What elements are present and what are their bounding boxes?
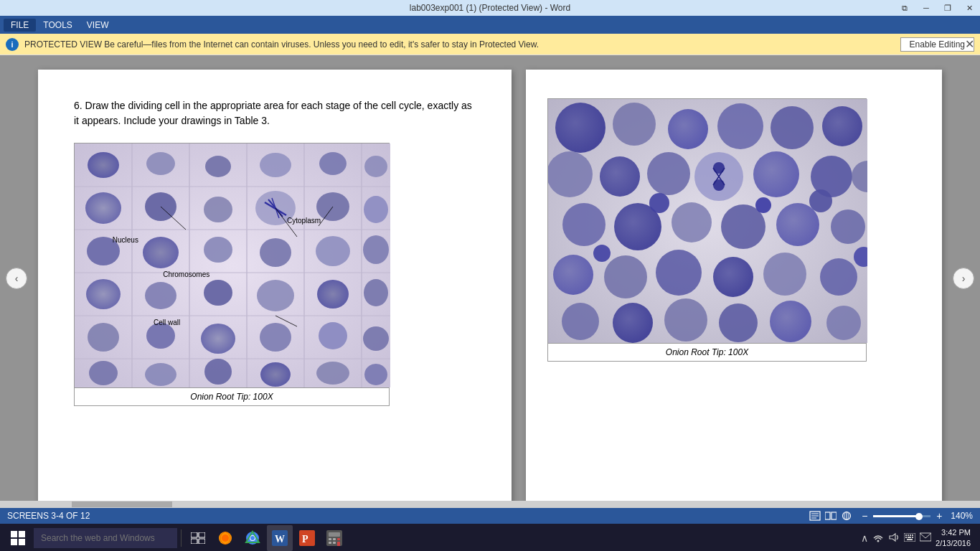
svg-point-91 [649,193,669,213]
scrollbar-thumb[interactable] [72,501,172,507]
svg-point-84 [820,258,857,296]
maximize-button[interactable]: ❐ [937,0,958,16]
windows-logo [11,531,25,545]
svg-point-28 [143,237,179,268]
svg-point-42 [260,323,291,352]
svg-point-31 [316,236,350,266]
taskbar-network-icon[interactable] [872,532,884,545]
svg-point-49 [316,362,349,385]
svg-point-59 [717,103,763,149]
svg-point-75 [672,202,712,242]
taskbar-chevron-icon[interactable]: ∧ [861,532,868,544]
svg-rect-122 [337,538,340,540]
taskbar-chrome[interactable] [240,525,265,551]
taskbar-volume-icon[interactable] [888,532,900,545]
protected-view-bar: i PROTECTED VIEW Be careful—files from t… [0,34,980,55]
svg-point-61 [822,106,862,146]
enable-editing-button[interactable]: Enable Editing [900,37,974,52]
svg-point-78 [831,209,865,244]
svg-rect-124 [333,542,336,544]
svg-rect-107 [191,539,197,544]
web-view-icon[interactable] [840,511,853,521]
taskbar-calculator[interactable] [321,525,347,551]
svg-rect-130 [908,534,909,536]
taskbar-keyboard-icon[interactable] [904,532,915,544]
date-display: 2/13/2016 [936,538,971,549]
window-title: lab003exp001 (1) (Protected View) - Word [410,3,570,13]
svg-point-62 [548,151,593,197]
taskbar-clock[interactable]: 3:42 PM 2/13/2016 [936,527,971,550]
svg-rect-133 [905,537,907,538]
nucleus-label: Nucleus [113,236,138,244]
cytoplasm-label: Cytoplasm [287,217,321,225]
svg-point-64 [647,152,690,195]
svg-rect-125 [337,542,340,546]
svg-point-38 [364,279,388,306]
svg-point-32 [363,235,389,264]
print-layout-icon[interactable] [809,511,821,521]
left-image-caption: Onion Root Tip: 100X [75,387,389,405]
zoom-controls: − + 140% [859,510,973,522]
svg-point-94 [593,245,611,262]
zoom-slider[interactable] [873,515,930,517]
taskbar-word[interactable]: W [267,525,293,551]
window-controls: ⧉ ─ ❐ ✕ [894,0,980,16]
menu-bar: FILE TOOLS VIEW [0,16,980,34]
close-protected-bar-button[interactable]: ✕ [965,37,974,51]
svg-rect-100 [825,512,830,519]
taskbar-powerpoint[interactable]: P [294,525,320,551]
screens-label: SCREENS 3-4 OF 12 [7,511,90,521]
question-text: 6. Draw the dividing cell in the appropr… [74,98,476,128]
protected-view-message: PROTECTED VIEW Be careful—files from the… [24,39,895,50]
svg-rect-131 [910,534,911,536]
left-microscope-image: Nucleus Cytoplasm Chromosomes Cell wall [75,143,390,387]
status-bar: SCREENS 3-4 OF 12 − + 140% [0,508,980,524]
svg-point-79 [553,255,593,295]
nav-arrow-right[interactable]: › [953,268,974,289]
minimize-button[interactable]: ─ [915,0,937,16]
menu-tools[interactable]: TOOLS [36,19,79,32]
zoom-level: 140% [951,511,973,521]
zoom-out-button[interactable]: − [859,510,870,522]
menu-file[interactable]: FILE [4,19,36,32]
svg-point-92 [755,197,771,213]
svg-point-46 [145,363,176,386]
right-microscope-image [548,99,867,343]
svg-point-47 [204,359,232,385]
search-input[interactable] [34,528,177,548]
svg-text:W: W [275,534,285,545]
svg-rect-135 [912,537,913,538]
svg-point-18 [85,192,121,224]
svg-point-57 [613,103,656,146]
left-image-container: Nucleus Cytoplasm Chromosomes Cell wall … [74,143,390,406]
svg-point-30 [260,238,291,267]
svg-rect-105 [191,532,197,537]
svg-point-20 [204,197,232,222]
resize-button[interactable]: ⧉ [894,0,915,16]
menu-view[interactable]: VIEW [80,19,116,32]
svg-rect-129 [905,534,907,536]
taskbar-right-area: ∧ 3:42 PM 2/13/2016 [861,527,976,550]
taskbar-task-view[interactable] [185,525,211,551]
svg-point-33 [86,279,121,309]
zoom-in-button[interactable]: + [933,510,945,522]
start-button[interactable] [4,524,32,551]
taskbar-firefox[interactable] [212,525,238,551]
horizontal-scrollbar[interactable] [0,501,980,508]
svg-point-48 [260,362,291,387]
nav-arrow-left[interactable]: ‹ [6,268,27,289]
svg-point-85 [562,303,599,340]
close-button[interactable]: ✕ [958,0,980,16]
taskbar-message-icon[interactable] [920,532,931,545]
svg-rect-0 [75,143,390,387]
svg-point-83 [763,253,806,296]
svg-point-26 [364,196,388,223]
svg-text:P: P [302,534,308,545]
svg-point-110 [222,534,229,542]
right-image-container: Onion Root Tip: 100X [547,98,867,362]
svg-rect-119 [329,532,340,537]
view-icons [809,511,853,521]
read-view-icon[interactable] [824,511,837,521]
status-right-area: − + 140% [809,510,973,522]
svg-point-73 [562,203,606,246]
